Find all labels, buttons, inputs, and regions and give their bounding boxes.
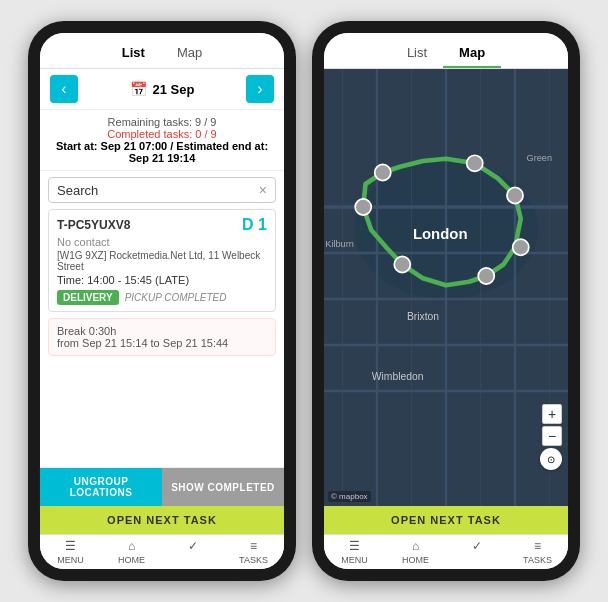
zoom-out-button[interactable]: − <box>542 426 562 446</box>
menu-label-right: MENU <box>341 555 368 565</box>
tab-list-left[interactable]: List <box>106 39 161 68</box>
svg-point-18 <box>478 268 494 284</box>
nav-menu-left[interactable]: ☰ MENU <box>40 539 101 565</box>
search-clear-icon[interactable]: × <box>259 182 267 198</box>
time-label: Time: <box>57 274 84 286</box>
mapbox-logo: © mapbox <box>328 491 371 502</box>
nav-menu-right[interactable]: ☰ MENU <box>324 539 385 565</box>
search-input[interactable] <box>57 183 259 198</box>
bottom-nav-right: ☰ MENU ⌂ HOME ✓ ≡ TASKS <box>324 534 568 569</box>
left-screen: List Map ‹ 📅 21 Sep › Remaining tasks: 9… <box>40 33 284 569</box>
home-icon-left: ⌂ <box>128 539 135 553</box>
phones-container: List Map ‹ 📅 21 Sep › Remaining tasks: 9… <box>28 21 580 581</box>
menu-icon-right: ☰ <box>349 539 360 553</box>
bottom-actions: UNGROUP LOCATIONS SHOW COMPLETED <box>40 467 284 506</box>
tasks-icon-right: ≡ <box>534 539 541 553</box>
remaining-tasks: Remaining tasks: 9 / 9 <box>50 116 274 128</box>
prev-date-button[interactable]: ‹ <box>50 75 78 103</box>
nav-check-left[interactable]: ✓ <box>162 539 223 565</box>
home-label-right: HOME <box>402 555 429 565</box>
svg-text:Wimbledon: Wimbledon <box>372 371 424 382</box>
task-info: Remaining tasks: 9 / 9 Completed tasks: … <box>40 110 284 171</box>
tasks-label-left: TASKS <box>239 555 268 565</box>
task-badges: DELIVERY PICKUP COMPLETED <box>57 290 267 305</box>
home-icon-right: ⌂ <box>412 539 419 553</box>
check-icon-left: ✓ <box>188 539 198 553</box>
task-card[interactable]: T-PC5YUXV8 D 1 No contact [W1G 9XZ] Rock… <box>48 209 276 312</box>
start-time: Start at: Sep 21 07:00 / Estimated end a… <box>50 140 274 164</box>
check-icon-right: ✓ <box>472 539 482 553</box>
date-nav: ‹ 📅 21 Sep › <box>40 69 284 110</box>
map-background: London Brixton Wimbledon Green Kilburn +… <box>324 69 568 506</box>
svg-text:Kilburn: Kilburn <box>325 239 354 249</box>
task-id-row: T-PC5YUXV8 D 1 <box>57 216 267 234</box>
menu-label-left: MENU <box>57 555 84 565</box>
map-svg: London Brixton Wimbledon Green Kilburn <box>324 69 568 506</box>
task-id: T-PC5YUXV8 <box>57 218 130 232</box>
svg-point-19 <box>394 256 410 272</box>
calendar-icon: 📅 <box>130 81 147 97</box>
task-d1-badge: D 1 <box>242 216 267 234</box>
svg-text:Green: Green <box>527 153 553 163</box>
time-value: 14:00 - 15:45 <box>87 274 152 286</box>
task-address: [W1G 9XZ] Rocketmedia.Net Ltd, 11 Welbec… <box>57 250 267 272</box>
location-button[interactable]: ⊙ <box>540 448 562 470</box>
left-tabs: List Map <box>40 33 284 69</box>
nav-check-right[interactable]: ✓ <box>446 539 507 565</box>
no-contact: No contact <box>57 236 267 248</box>
break-subtitle: from Sep 21 15:14 to Sep 21 15:44 <box>57 337 267 349</box>
open-next-task-button-left[interactable]: OPEN NEXT TASK <box>40 506 284 534</box>
tab-map-right[interactable]: Map <box>443 39 501 68</box>
list-content: ‹ 📅 21 Sep › Remaining tasks: 9 / 9 Comp… <box>40 69 284 534</box>
svg-text:London: London <box>413 225 468 242</box>
task-time: Time: 14:00 - 15:45 (LATE) <box>57 274 267 286</box>
left-phone: List Map ‹ 📅 21 Sep › Remaining tasks: 9… <box>28 21 296 581</box>
bottom-nav-left: ☰ MENU ⌂ HOME ✓ ≡ TASKS <box>40 534 284 569</box>
search-bar: × <box>48 177 276 203</box>
nav-tasks-left[interactable]: ≡ TASKS <box>223 539 284 565</box>
tab-map-left[interactable]: Map <box>161 39 218 68</box>
right-screen: List Map <box>324 33 568 569</box>
open-next-task-button-right[interactable]: OPEN NEXT TASK <box>324 506 568 534</box>
date-center: 📅 21 Sep <box>130 81 195 97</box>
nav-home-right[interactable]: ⌂ HOME <box>385 539 446 565</box>
svg-point-17 <box>513 239 529 255</box>
menu-icon-left: ☰ <box>65 539 76 553</box>
break-title: Break 0:30h <box>57 325 267 337</box>
show-completed-button[interactable]: SHOW COMPLETED <box>162 468 284 506</box>
zoom-in-button[interactable]: + <box>542 404 562 424</box>
next-date-button[interactable]: › <box>246 75 274 103</box>
right-tabs: List Map <box>324 33 568 69</box>
home-label-left: HOME <box>118 555 145 565</box>
right-phone: List Map <box>312 21 580 581</box>
completed-tasks: Completed tasks: 0 / 9 <box>50 128 274 140</box>
nav-tasks-right[interactable]: ≡ TASKS <box>507 539 568 565</box>
badge-delivery: DELIVERY <box>57 290 119 305</box>
nav-home-left[interactable]: ⌂ HOME <box>101 539 162 565</box>
map-content: London Brixton Wimbledon Green Kilburn +… <box>324 69 568 506</box>
badge-pickup: PICKUP COMPLETED <box>125 292 227 303</box>
svg-point-15 <box>467 155 483 171</box>
svg-point-20 <box>355 199 371 215</box>
svg-point-16 <box>507 187 523 203</box>
svg-text:Brixton: Brixton <box>407 311 439 322</box>
tasks-icon-left: ≡ <box>250 539 257 553</box>
late-label: (LATE) <box>155 274 189 286</box>
tasks-label-right: TASKS <box>523 555 552 565</box>
current-date: 21 Sep <box>153 82 195 97</box>
break-card: Break 0:30h from Sep 21 15:14 to Sep 21 … <box>48 318 276 356</box>
svg-point-14 <box>375 164 391 180</box>
ungroup-button[interactable]: UNGROUP LOCATIONS <box>40 468 162 506</box>
zoom-controls: + − <box>542 404 562 446</box>
tab-list-right[interactable]: List <box>391 39 443 68</box>
